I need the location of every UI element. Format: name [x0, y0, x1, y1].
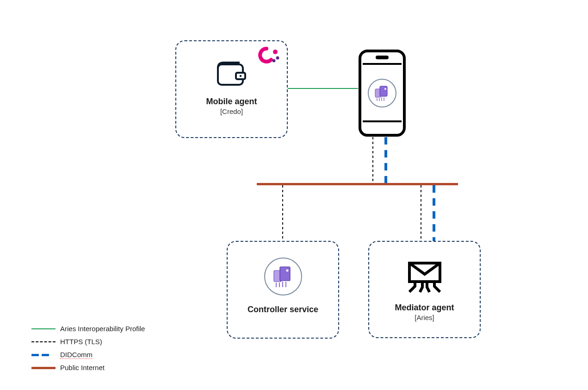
- public-internet-bar: [257, 183, 458, 185]
- mediator-sub: [Aries]: [369, 314, 480, 321]
- legend-row-https: HTTPS (TLS): [31, 335, 145, 348]
- legend-swatch-didcomm-icon: [31, 354, 56, 356]
- mediator-title: Mediator agent: [369, 303, 480, 313]
- phone-device: [358, 49, 406, 137]
- legend-label-https: HTTPS (TLS): [60, 335, 102, 348]
- controller-title: Controller service: [228, 305, 338, 315]
- svg-point-7: [276, 57, 279, 60]
- legend-label-aip: Aries Interoperability Profile: [60, 322, 145, 335]
- svg-point-19: [384, 88, 386, 90]
- controller-labels: Controller service: [228, 305, 338, 315]
- diagram-stage: Mobile agent [Credo]: [0, 0, 588, 390]
- legend-row-aip: Aries Interoperability Profile: [31, 322, 145, 335]
- svg-point-27: [286, 270, 288, 272]
- controller-agent-icon: [263, 257, 303, 296]
- legend-swatch-aip-icon: [31, 328, 56, 329]
- node-mobile-agent: Mobile agent [Credo]: [175, 40, 288, 138]
- legend-label-didcomm: DIDComm: [60, 348, 93, 361]
- legend-row-didcomm: DIDComm: [31, 348, 145, 361]
- mobile-agent-title: Mobile agent: [176, 97, 287, 107]
- svg-point-8: [272, 59, 276, 63]
- mobile-agent-labels: Mobile agent [Credo]: [176, 97, 287, 115]
- node-mediator: Mediator agent [Aries]: [368, 241, 481, 338]
- legend-swatch-internet-icon: [31, 367, 56, 369]
- wallet-icon: [217, 61, 247, 88]
- credo-logo-icon: [256, 47, 280, 65]
- legend-row-internet: Public Internet: [31, 361, 145, 374]
- node-controller: Controller service: [227, 241, 339, 339]
- svg-rect-26: [280, 267, 290, 281]
- aries-agent-icon: [367, 78, 397, 108]
- legend: Aries Interoperability Profile HTTPS (TL…: [31, 322, 145, 374]
- svg-rect-18: [380, 86, 387, 96]
- svg-point-6: [273, 50, 278, 54]
- legend-swatch-https-icon: [31, 341, 56, 342]
- mediator-labels: Mediator agent [Aries]: [369, 303, 480, 321]
- svg-rect-13: [376, 56, 389, 59]
- mobile-agent-sub: [Credo]: [176, 107, 287, 115]
- legend-label-internet: Public Internet: [60, 361, 105, 374]
- mediator-mail-icon: [407, 260, 443, 295]
- svg-point-11: [239, 75, 241, 77]
